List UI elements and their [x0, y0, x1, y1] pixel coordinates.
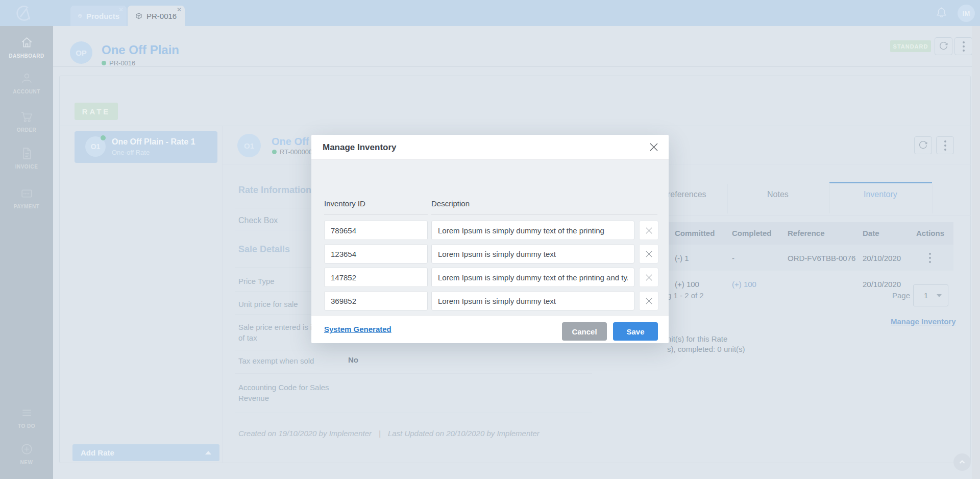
- description-input[interactable]: [431, 221, 634, 240]
- cancel-button[interactable]: Cancel: [562, 322, 607, 341]
- cell-date: 20/10/2020: [863, 280, 901, 289]
- chevron-down-icon: [937, 294, 942, 297]
- modal-header: Manage Inventory: [311, 135, 669, 160]
- sidebar-item-order[interactable]: ORDER: [0, 110, 53, 133]
- description-input[interactable]: [431, 291, 634, 310]
- x-icon: [645, 250, 653, 258]
- inventory-id-input[interactable]: [324, 221, 428, 240]
- plus-circle-icon: [20, 442, 34, 456]
- status-dot: [101, 135, 106, 140]
- delete-row-button[interactable]: [639, 268, 658, 287]
- delete-row-button[interactable]: [639, 221, 658, 240]
- x-icon: [645, 274, 653, 281]
- divider: [727, 184, 728, 213]
- cell-committed: (-) 1: [675, 254, 689, 262]
- page-label: Page: [892, 291, 910, 300]
- divider: [324, 214, 428, 214]
- sidebar-item-new[interactable]: NEW: [0, 442, 53, 465]
- package-icon: [78, 12, 83, 20]
- delete-row-button[interactable]: [639, 291, 658, 310]
- description-input[interactable]: [431, 244, 634, 264]
- sidebar-item-payment[interactable]: PAYMENT: [0, 186, 53, 209]
- user-avatar[interactable]: IM: [958, 5, 975, 22]
- divider: [829, 184, 830, 213]
- active-tab-accent: [829, 182, 932, 183]
- top-bar: Products ✕ PR-0016 ✕ IM: [0, 0, 980, 26]
- sidebar-item-dashboard[interactable]: DASHBOARD: [0, 36, 53, 59]
- rate-section-badge[interactable]: RATE: [75, 103, 118, 120]
- divider: [235, 373, 592, 374]
- status-dot: [102, 61, 106, 65]
- kebab-icon: [963, 41, 965, 52]
- invoice-document-icon: [20, 147, 34, 160]
- col-reference: Reference: [788, 229, 825, 237]
- cell-completed[interactable]: (+) 100: [732, 280, 756, 289]
- audit-info: Created on 19/10/2020 by Implementer | L…: [238, 429, 540, 438]
- tab-inventory[interactable]: Inventory: [864, 190, 897, 199]
- divider: [53, 66, 980, 67]
- product-avatar: OP: [70, 41, 92, 64]
- units-summary-line2: s), completed: 0 unit(s): [667, 345, 745, 353]
- divider: [932, 184, 933, 213]
- scrollbar[interactable]: [972, 26, 980, 479]
- modal-title: Manage Inventory: [323, 142, 397, 153]
- chevron-up-icon: [958, 458, 966, 466]
- collapse-arrow-icon: [205, 451, 211, 454]
- description-input[interactable]: [431, 268, 634, 287]
- cell-committed: (+) 100: [675, 280, 699, 289]
- tab-preferences[interactable]: references: [668, 190, 706, 199]
- page-select[interactable]: 1: [913, 284, 948, 306]
- close-tab-icon[interactable]: ✕: [118, 7, 124, 13]
- field-label: Accounting Code for Sales Revenue: [238, 382, 347, 403]
- col-actions: Actions: [916, 229, 944, 237]
- divider: [59, 126, 971, 126]
- app-logo-icon[interactable]: [14, 3, 35, 23]
- more-actions-button[interactable]: [954, 37, 972, 55]
- manage-inventory-link[interactable]: Manage Inventory: [891, 317, 956, 326]
- inventory-id-input[interactable]: [324, 268, 428, 287]
- rate-list-item-selected[interactable]: O1 One Off Plain - Rate 1 One-off Rate: [75, 131, 217, 163]
- refresh-icon: [939, 41, 948, 51]
- cell-reference: ORD-FV6TBB-0076: [788, 254, 855, 262]
- sidebar-item-label: NEW: [20, 460, 33, 465]
- close-tab-icon[interactable]: ✕: [177, 7, 182, 13]
- rate-detail-avatar: O1: [237, 134, 261, 157]
- rate-refresh-button[interactable]: [914, 136, 932, 154]
- inventory-id-input[interactable]: [324, 291, 428, 310]
- tab-label: Products: [86, 12, 119, 20]
- sidebar-item-account[interactable]: ACCOUNT: [0, 71, 53, 94]
- col-completed: Completed: [732, 229, 772, 237]
- save-button[interactable]: Save: [613, 322, 658, 341]
- kebab-icon: [944, 140, 946, 151]
- divider: [222, 126, 223, 463]
- page-title: One Off Plain: [102, 43, 179, 57]
- refresh-button[interactable]: [935, 37, 952, 55]
- tab-pr-0016[interactable]: PR-0016 ✕: [128, 6, 185, 26]
- separator: |: [379, 429, 381, 438]
- tab-notes[interactable]: Notes: [767, 190, 789, 199]
- delete-row-button[interactable]: [639, 244, 658, 264]
- package-icon: [135, 12, 143, 20]
- tab-products[interactable]: Products ✕: [70, 6, 127, 26]
- column-header-description: Description: [431, 199, 470, 208]
- section-heading: Sale Details: [238, 244, 290, 255]
- inventory-id-input[interactable]: [324, 244, 428, 264]
- col-date: Date: [863, 229, 879, 237]
- notifications-bell-icon[interactable]: [935, 6, 948, 20]
- close-icon[interactable]: [648, 141, 659, 153]
- sidebar-item-invoice[interactable]: INVOICE: [0, 147, 53, 170]
- pagination-summary: g 1 - 2 of 2: [667, 291, 704, 300]
- sidebar-item-todo[interactable]: TO DO: [0, 406, 53, 429]
- add-rate-button[interactable]: Add Rate: [72, 444, 219, 461]
- person-icon: [20, 71, 34, 85]
- rate-more-actions-button[interactable]: [936, 136, 954, 154]
- row-actions-kebab-icon[interactable]: [929, 253, 931, 263]
- scroll-to-top-button[interactable]: [953, 453, 971, 471]
- section-heading: Rate Information: [238, 185, 311, 196]
- created-on-text: Created on 19/10/2020 by Implementer: [238, 429, 372, 438]
- cell-completed: -: [732, 254, 734, 262]
- status-dot: [272, 150, 277, 154]
- credit-card-icon: [20, 186, 34, 200]
- system-generated-link[interactable]: System Generated: [324, 325, 391, 333]
- cell-date: 20/10/2020: [863, 254, 901, 262]
